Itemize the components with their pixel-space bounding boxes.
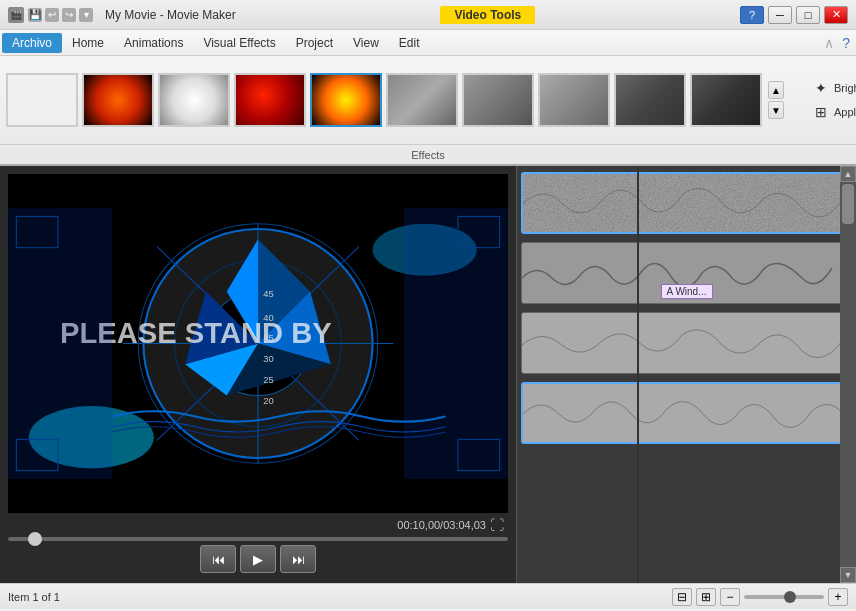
svg-rect-24 [523,174,850,232]
redo-icon[interactable]: ↪ [62,8,76,22]
timeline-scroll[interactable]: A Wind... [517,166,856,583]
effects-label: Effects [0,144,856,164]
time-display: 00:10,00/03:04,03 ⛶ [8,517,508,533]
brightness-button[interactable]: ✦ Brightness [806,77,856,99]
ribbon-content: ▲ ▼ ✦ Brightness ⊞ Apply to all [0,56,856,144]
zoom-out-button[interactable]: − [720,588,740,606]
save-icon[interactable]: 💾 [28,8,42,22]
playhead [637,166,639,583]
scroll-v-down[interactable]: ▼ [840,567,856,583]
title-bar: 🎬 💾 ↩ ↪ ▾ My Movie - Movie Maker Video T… [0,0,856,30]
time-text: 00:10,00/03:04,03 [397,519,486,531]
zoom-slider[interactable] [744,595,824,599]
track-2-label[interactable]: A Wind... [660,284,712,299]
menu-animations[interactable]: Animations [114,33,193,53]
track-4-waveform [523,384,850,442]
play-button[interactable]: ▶ [240,545,276,573]
help-icon[interactable]: ? [838,35,854,51]
effect-thumb-orange[interactable] [82,73,154,127]
title-left: 🎬 💾 ↩ ↪ ▾ My Movie - Movie Maker [8,7,236,23]
fit-button[interactable]: ⊞ [696,588,716,606]
apply-icon: ⊞ [812,103,830,121]
svg-text:45: 45 [263,289,273,299]
svg-text:20: 20 [263,396,273,406]
svg-rect-22 [8,208,112,479]
effect-thumb-gray3[interactable] [538,73,610,127]
ribbon-scroll: ▲ ▼ [766,81,786,119]
close-button[interactable]: ✕ [824,6,848,24]
menu-home[interactable]: Home [62,33,114,53]
scroll-v-up[interactable]: ▲ [840,166,856,182]
menu-view[interactable]: View [343,33,389,53]
effect-thumb-dark[interactable] [614,73,686,127]
track-label-text: A Wind... [666,286,706,297]
seek-bar[interactable] [8,537,508,541]
scroll-v-thumb[interactable] [842,184,854,224]
track-4[interactable] [521,382,852,444]
effects-label-text: Effects [411,149,444,161]
menu-edit[interactable]: Edit [389,33,430,53]
svg-text:35: 35 [263,333,273,343]
help-button[interactable]: ? [740,6,764,24]
ribbon: ▲ ▼ ✦ Brightness ⊞ Apply to all Effects [0,56,856,166]
track-2[interactable]: A Wind... [521,242,852,304]
zoom-in-button[interactable]: + [828,588,848,606]
effect-thumb-yellow-flower[interactable] [310,73,382,127]
svg-rect-26 [522,313,851,373]
quick-access-toolbar: 💾 ↩ ↪ ▾ [28,8,93,22]
minimize-button[interactable]: ─ [768,6,792,24]
ribbon-actions: ✦ Brightness ⊞ Apply to all [802,73,856,127]
prev-frame-button[interactable]: ⏮ [200,545,236,573]
svg-text:30: 30 [263,354,273,364]
apply-to-label: Apply to all [834,106,856,118]
expand-icon[interactable]: ⛶ [490,517,504,533]
track-1-waveform [523,174,850,232]
track-3[interactable] [521,312,852,374]
menu-archivo[interactable]: Archivo [2,33,62,53]
dropdown-icon[interactable]: ▾ [79,8,93,22]
menu-visual-effects[interactable]: Visual Effects [193,33,285,53]
track-1[interactable] [521,172,852,234]
timeline-panel: A Wind... ▲ ▼ [516,166,856,583]
status-bar: Item 1 of 1 ⊟ ⊞ − + [0,583,856,609]
ribbon-expand-icon[interactable]: ∧ [820,35,838,51]
preview-canvas: PLEASE STAND BY 45 40 35 30 25 20 [8,174,508,513]
effect-thumb-gray2[interactable] [462,73,534,127]
timeline-scrollbar[interactable]: ▲ ▼ [840,166,856,583]
scroll-up-button[interactable]: ▲ [768,81,784,99]
effect-thumb-white[interactable] [158,73,230,127]
menu-bar: Archivo Home Animations Visual Effects P… [0,30,856,56]
window-controls: ? ─ □ ✕ [740,6,848,24]
playback-controls: ⏮ ▶ ⏭ [8,545,508,573]
effect-thumb-darker[interactable] [690,73,762,127]
svg-rect-27 [523,384,850,442]
apply-to-all-button[interactable]: ⊞ Apply to all [806,101,856,123]
brightness-label: Brightness [834,82,856,94]
status-text: Item 1 of 1 [8,591,60,603]
svg-rect-23 [404,208,508,479]
menu-project[interactable]: Project [286,33,343,53]
undo-icon[interactable]: ↩ [45,8,59,22]
scroll-down-button[interactable]: ▼ [768,101,784,119]
effect-thumb-blank[interactable] [6,73,78,127]
next-frame-button[interactable]: ⏭ [280,545,316,573]
window-title: My Movie - Movie Maker [105,8,236,22]
effect-thumb-red-flower[interactable] [234,73,306,127]
brightness-icon: ✦ [812,79,830,97]
effect-thumb-gray1[interactable] [386,73,458,127]
svg-text:25: 25 [263,375,273,385]
preview-panel: PLEASE STAND BY 45 40 35 30 25 20 00:10,… [0,166,516,583]
video-preview[interactable]: PLEASE STAND BY 45 40 35 30 25 20 [8,174,508,513]
maximize-button[interactable]: □ [796,6,820,24]
track-3-waveform [522,313,851,373]
app-icon: 🎬 [8,7,24,23]
main-area: PLEASE STAND BY 45 40 35 30 25 20 00:10,… [0,166,856,583]
screenshot-button[interactable]: ⊟ [672,588,692,606]
playback-bar: 00:10,00/03:04,03 ⛶ ⏮ ▶ ⏭ [8,513,508,575]
status-right: ⊟ ⊞ − + [672,588,848,606]
svg-text:40: 40 [263,313,273,323]
seek-thumb[interactable] [28,532,42,546]
video-tools-tab: Video Tools [440,6,535,24]
zoom-thumb[interactable] [784,591,796,603]
